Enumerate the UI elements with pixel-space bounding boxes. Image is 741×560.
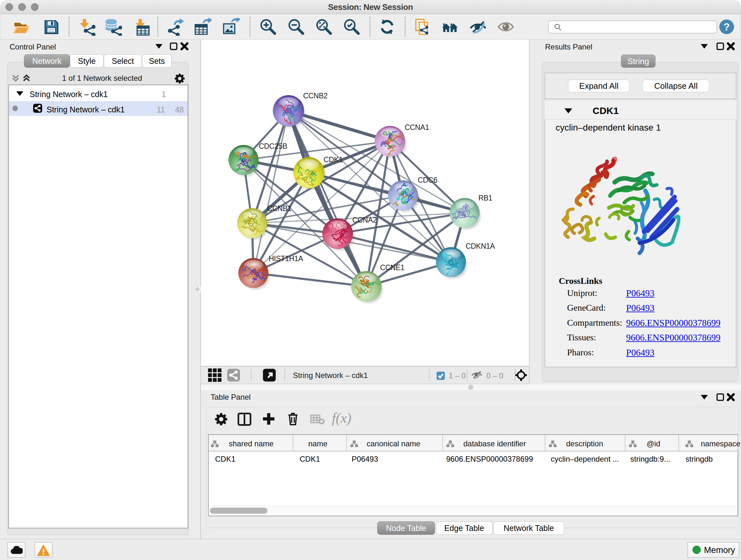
svg-text:CDC25B: CDC25B [259,142,287,150]
svg-text:HIST1H1A: HIST1H1A [269,254,303,263]
svg-text:CCNA1: CCNA1 [405,123,429,132]
svg-text:CDK1: CDK1 [324,155,343,164]
svg-text:CCNB2: CCNB2 [303,91,327,100]
svg-text:CDC6: CDC6 [418,176,437,184]
svg-text:CCNB1: CCNB1 [267,204,291,212]
svg-text:CCNA2: CCNA2 [352,216,377,224]
svg-text:CCNE1: CCNE1 [380,263,404,272]
svg-text:CDKN1A: CDKN1A [466,242,495,250]
svg-text:RB1: RB1 [478,194,492,202]
